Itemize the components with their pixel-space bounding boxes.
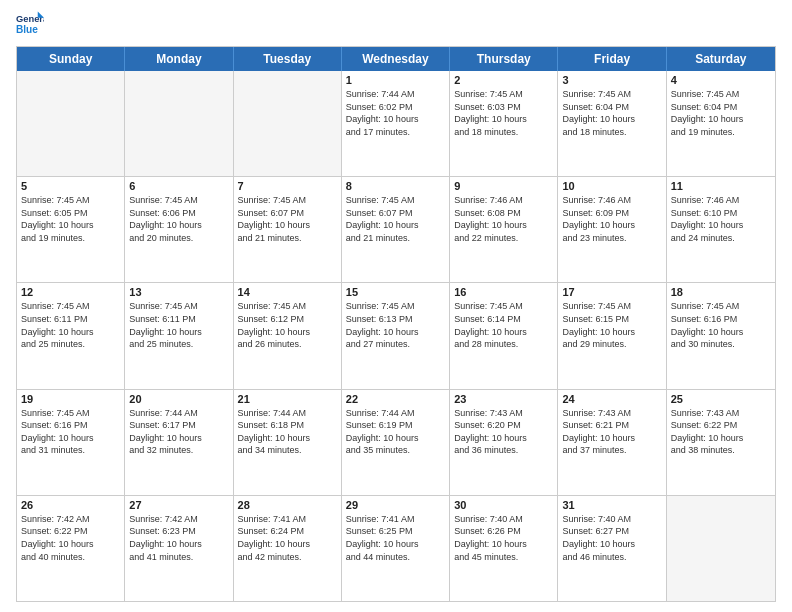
calendar-cell [667,496,775,601]
day-number: 27 [129,499,228,511]
calendar-header: SundayMondayTuesdayWednesdayThursdayFrid… [17,47,775,71]
day-info: Sunrise: 7:40 AM Sunset: 6:26 PM Dayligh… [454,513,553,563]
calendar-row-2: 5Sunrise: 7:45 AM Sunset: 6:05 PM Daylig… [17,176,775,282]
day-info: Sunrise: 7:43 AM Sunset: 6:20 PM Dayligh… [454,407,553,457]
calendar-cell: 25Sunrise: 7:43 AM Sunset: 6:22 PM Dayli… [667,390,775,495]
calendar-cell: 17Sunrise: 7:45 AM Sunset: 6:15 PM Dayli… [558,283,666,388]
calendar-cell: 29Sunrise: 7:41 AM Sunset: 6:25 PM Dayli… [342,496,450,601]
calendar-cell [125,71,233,176]
calendar-cell: 21Sunrise: 7:44 AM Sunset: 6:18 PM Dayli… [234,390,342,495]
day-number: 4 [671,74,771,86]
calendar-cell: 14Sunrise: 7:45 AM Sunset: 6:12 PM Dayli… [234,283,342,388]
day-number: 6 [129,180,228,192]
calendar-cell: 15Sunrise: 7:45 AM Sunset: 6:13 PM Dayli… [342,283,450,388]
calendar-cell: 10Sunrise: 7:46 AM Sunset: 6:09 PM Dayli… [558,177,666,282]
day-info: Sunrise: 7:42 AM Sunset: 6:22 PM Dayligh… [21,513,120,563]
day-number: 22 [346,393,445,405]
day-info: Sunrise: 7:45 AM Sunset: 6:04 PM Dayligh… [671,88,771,138]
day-info: Sunrise: 7:40 AM Sunset: 6:27 PM Dayligh… [562,513,661,563]
day-number: 5 [21,180,120,192]
calendar-cell: 19Sunrise: 7:45 AM Sunset: 6:16 PM Dayli… [17,390,125,495]
calendar-cell: 11Sunrise: 7:46 AM Sunset: 6:10 PM Dayli… [667,177,775,282]
day-number: 7 [238,180,337,192]
day-number: 16 [454,286,553,298]
day-number: 24 [562,393,661,405]
day-info: Sunrise: 7:45 AM Sunset: 6:03 PM Dayligh… [454,88,553,138]
day-number: 9 [454,180,553,192]
calendar-cell: 28Sunrise: 7:41 AM Sunset: 6:24 PM Dayli… [234,496,342,601]
calendar-cell: 1Sunrise: 7:44 AM Sunset: 6:02 PM Daylig… [342,71,450,176]
calendar-cell: 24Sunrise: 7:43 AM Sunset: 6:21 PM Dayli… [558,390,666,495]
calendar-cell: 9Sunrise: 7:46 AM Sunset: 6:08 PM Daylig… [450,177,558,282]
calendar-cell: 5Sunrise: 7:45 AM Sunset: 6:05 PM Daylig… [17,177,125,282]
day-info: Sunrise: 7:45 AM Sunset: 6:06 PM Dayligh… [129,194,228,244]
day-number: 2 [454,74,553,86]
calendar-cell: 20Sunrise: 7:44 AM Sunset: 6:17 PM Dayli… [125,390,233,495]
day-number: 31 [562,499,661,511]
day-number: 12 [21,286,120,298]
day-number: 8 [346,180,445,192]
day-info: Sunrise: 7:44 AM Sunset: 6:17 PM Dayligh… [129,407,228,457]
calendar-cell: 13Sunrise: 7:45 AM Sunset: 6:11 PM Dayli… [125,283,233,388]
logo: General Blue [16,10,48,38]
day-info: Sunrise: 7:45 AM Sunset: 6:11 PM Dayligh… [129,300,228,350]
day-info: Sunrise: 7:45 AM Sunset: 6:07 PM Dayligh… [238,194,337,244]
calendar-cell: 27Sunrise: 7:42 AM Sunset: 6:23 PM Dayli… [125,496,233,601]
day-info: Sunrise: 7:45 AM Sunset: 6:11 PM Dayligh… [21,300,120,350]
day-info: Sunrise: 7:44 AM Sunset: 6:18 PM Dayligh… [238,407,337,457]
day-info: Sunrise: 7:45 AM Sunset: 6:15 PM Dayligh… [562,300,661,350]
calendar-cell: 7Sunrise: 7:45 AM Sunset: 6:07 PM Daylig… [234,177,342,282]
day-number: 11 [671,180,771,192]
day-number: 17 [562,286,661,298]
day-number: 13 [129,286,228,298]
calendar-cell [234,71,342,176]
calendar-cell: 4Sunrise: 7:45 AM Sunset: 6:04 PM Daylig… [667,71,775,176]
calendar-row-4: 19Sunrise: 7:45 AM Sunset: 6:16 PM Dayli… [17,389,775,495]
day-info: Sunrise: 7:44 AM Sunset: 6:19 PM Dayligh… [346,407,445,457]
day-number: 29 [346,499,445,511]
calendar: SundayMondayTuesdayWednesdayThursdayFrid… [16,46,776,602]
day-info: Sunrise: 7:45 AM Sunset: 6:12 PM Dayligh… [238,300,337,350]
day-info: Sunrise: 7:45 AM Sunset: 6:14 PM Dayligh… [454,300,553,350]
day-info: Sunrise: 7:45 AM Sunset: 6:04 PM Dayligh… [562,88,661,138]
day-number: 26 [21,499,120,511]
day-info: Sunrise: 7:45 AM Sunset: 6:13 PM Dayligh… [346,300,445,350]
day-info: Sunrise: 7:41 AM Sunset: 6:24 PM Dayligh… [238,513,337,563]
calendar-cell: 22Sunrise: 7:44 AM Sunset: 6:19 PM Dayli… [342,390,450,495]
calendar-cell: 12Sunrise: 7:45 AM Sunset: 6:11 PM Dayli… [17,283,125,388]
weekday-header-saturday: Saturday [667,47,775,71]
weekday-header-friday: Friday [558,47,666,71]
weekday-header-thursday: Thursday [450,47,558,71]
calendar-cell: 30Sunrise: 7:40 AM Sunset: 6:26 PM Dayli… [450,496,558,601]
calendar-body: 1Sunrise: 7:44 AM Sunset: 6:02 PM Daylig… [17,71,775,601]
day-info: Sunrise: 7:45 AM Sunset: 6:16 PM Dayligh… [671,300,771,350]
day-info: Sunrise: 7:41 AM Sunset: 6:25 PM Dayligh… [346,513,445,563]
calendar-cell: 16Sunrise: 7:45 AM Sunset: 6:14 PM Dayli… [450,283,558,388]
calendar-cell: 23Sunrise: 7:43 AM Sunset: 6:20 PM Dayli… [450,390,558,495]
day-info: Sunrise: 7:45 AM Sunset: 6:05 PM Dayligh… [21,194,120,244]
day-number: 19 [21,393,120,405]
calendar-row-5: 26Sunrise: 7:42 AM Sunset: 6:22 PM Dayli… [17,495,775,601]
logo-area: General Blue [16,10,48,38]
day-info: Sunrise: 7:46 AM Sunset: 6:08 PM Dayligh… [454,194,553,244]
day-number: 25 [671,393,771,405]
calendar-cell: 26Sunrise: 7:42 AM Sunset: 6:22 PM Dayli… [17,496,125,601]
day-number: 1 [346,74,445,86]
header: General Blue [16,10,776,38]
day-info: Sunrise: 7:45 AM Sunset: 6:07 PM Dayligh… [346,194,445,244]
calendar-cell [17,71,125,176]
day-number: 3 [562,74,661,86]
day-number: 23 [454,393,553,405]
day-info: Sunrise: 7:46 AM Sunset: 6:10 PM Dayligh… [671,194,771,244]
day-info: Sunrise: 7:44 AM Sunset: 6:02 PM Dayligh… [346,88,445,138]
weekday-header-tuesday: Tuesday [234,47,342,71]
day-number: 21 [238,393,337,405]
weekday-header-monday: Monday [125,47,233,71]
day-number: 20 [129,393,228,405]
svg-text:Blue: Blue [16,24,38,35]
day-info: Sunrise: 7:45 AM Sunset: 6:16 PM Dayligh… [21,407,120,457]
day-info: Sunrise: 7:42 AM Sunset: 6:23 PM Dayligh… [129,513,228,563]
calendar-cell: 31Sunrise: 7:40 AM Sunset: 6:27 PM Dayli… [558,496,666,601]
day-number: 15 [346,286,445,298]
calendar-cell: 8Sunrise: 7:45 AM Sunset: 6:07 PM Daylig… [342,177,450,282]
